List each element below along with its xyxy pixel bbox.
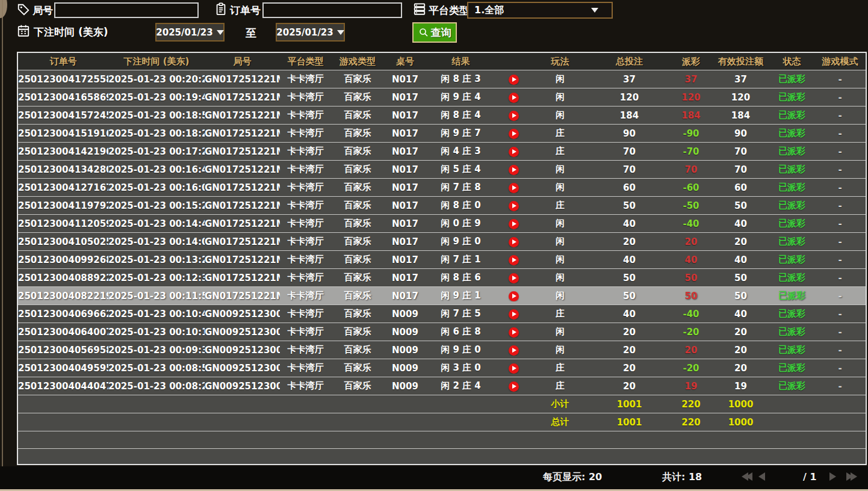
cell-round: GN00925123008 bbox=[205, 345, 280, 356]
cell-result: 闲 9 庄 4 bbox=[426, 91, 495, 103]
grand-total-payout: 220 bbox=[670, 417, 712, 428]
subtotal-total-bet: 1001 bbox=[589, 399, 670, 410]
play-icon[interactable] bbox=[509, 93, 519, 103]
cell-mode: - bbox=[814, 345, 866, 356]
play-icon[interactable] bbox=[509, 309, 519, 320]
play-icon[interactable] bbox=[509, 147, 519, 157]
column-header-valid_bet: 有效投注额 bbox=[712, 56, 769, 67]
cell-play bbox=[495, 236, 532, 247]
clipboard-icon bbox=[214, 2, 228, 16]
cell-total_bet: 20 bbox=[589, 381, 670, 392]
cell-valid_bet: 40 bbox=[712, 255, 769, 265]
cell-playtype: 闲 bbox=[532, 254, 589, 265]
table-row[interactable]: 2501230040440472025-01-23 00:08:21GN0092… bbox=[18, 377, 866, 395]
play-icon[interactable] bbox=[509, 381, 519, 392]
cell-play bbox=[495, 128, 532, 139]
cell-order: 250123004064007 bbox=[18, 327, 108, 338]
cell-valid_bet: 60 bbox=[712, 182, 769, 193]
cell-payout: 40 bbox=[670, 255, 712, 265]
cell-payout: -90 bbox=[670, 128, 712, 139]
cell-mode: - bbox=[814, 309, 866, 320]
last-page-icon[interactable] bbox=[846, 472, 857, 481]
query-button-label: 查询 bbox=[431, 26, 451, 40]
cell-playtype: 闲 bbox=[532, 236, 589, 247]
table-row[interactable]: 2501230041050252025-01-23 00:14:00GN0172… bbox=[18, 232, 866, 250]
table-row[interactable]: 2501230041658692025-01-23 00:19:43GN0172… bbox=[18, 88, 866, 106]
play-icon[interactable] bbox=[509, 327, 519, 338]
cell-playtype: 庄 bbox=[532, 146, 589, 157]
play-icon[interactable] bbox=[509, 165, 519, 175]
play-icon[interactable] bbox=[509, 75, 519, 85]
play-icon[interactable] bbox=[509, 291, 519, 301]
table-row[interactable]: 2501230041519162025-01-23 00:18:23GN0172… bbox=[18, 124, 866, 142]
order-number-input[interactable] bbox=[262, 2, 402, 18]
page-size-label: 每页显示: 20 bbox=[543, 471, 602, 484]
cell-valid_bet: 50 bbox=[712, 273, 769, 283]
cell-table_no: N017 bbox=[384, 291, 426, 301]
table-row[interactable]: 2501230041421962025-01-23 00:17:29GN0172… bbox=[18, 142, 866, 160]
cell-payout: 70 bbox=[670, 164, 712, 175]
table-row[interactable]: 2501230041271672025-01-23 00:16:06GN0172… bbox=[18, 178, 866, 196]
cell-time: 2025-01-23 00:18:55 bbox=[108, 110, 205, 121]
cell-status: 已派彩 bbox=[769, 218, 814, 229]
play-icon[interactable] bbox=[509, 201, 519, 211]
cell-total_bet: 20 bbox=[589, 327, 670, 338]
cell-playtype: 闲 bbox=[532, 182, 589, 193]
table-row[interactable]: 2501230040992682025-01-23 00:13:27GN0172… bbox=[18, 250, 866, 268]
filter-bar: 局号 订单号 平台类型 1.全部 下注时间 (美东) 2025/01/23 至 … bbox=[0, 0, 868, 52]
cell-round: GN017251221M5 bbox=[205, 218, 280, 229]
cell-table_no: N017 bbox=[384, 110, 426, 121]
play-icon[interactable] bbox=[509, 273, 519, 283]
round-number-input[interactable] bbox=[54, 2, 199, 18]
play-icon[interactable] bbox=[509, 111, 519, 121]
cell-game: 百家乐 bbox=[331, 272, 384, 283]
table-row[interactable]: 2501230041197922025-01-23 00:15:24GN0172… bbox=[18, 196, 866, 214]
cell-play bbox=[495, 380, 532, 392]
cell-platform: 卡卡湾厅 bbox=[280, 146, 331, 157]
cell-total_bet: 20 bbox=[589, 345, 670, 356]
cell-result: 闲 8 庄 3 bbox=[426, 73, 495, 85]
cell-payout: -40 bbox=[670, 218, 712, 229]
table-row[interactable]: 2501230040569582025-01-23 00:09:30GN0092… bbox=[18, 341, 866, 359]
cell-valid_bet: 20 bbox=[712, 236, 769, 247]
cell-total_bet: 20 bbox=[589, 236, 670, 247]
platform-type-select[interactable]: 1.全部 bbox=[467, 2, 613, 19]
table-row[interactable]: 2501230040889222025-01-23 00:12:31GN0172… bbox=[18, 268, 866, 286]
play-icon[interactable] bbox=[509, 183, 519, 193]
cell-round: GN017251221M4 bbox=[205, 236, 280, 247]
table-row[interactable]: 2501230040640072025-01-23 00:10:13GN0092… bbox=[18, 323, 866, 341]
play-icon[interactable] bbox=[509, 129, 519, 139]
cell-playtype: 庄 bbox=[532, 362, 589, 374]
cell-play bbox=[495, 73, 532, 85]
cell-payout: -40 bbox=[670, 309, 712, 320]
cell-table_no: N017 bbox=[384, 200, 426, 211]
first-page-icon[interactable] bbox=[742, 472, 752, 481]
date-to-select[interactable]: 2025/01/23 bbox=[276, 23, 345, 42]
column-header-order: 订单号 bbox=[18, 56, 108, 67]
table-row[interactable]: 2501230041120592025-01-23 00:14:40GN0172… bbox=[18, 214, 866, 232]
play-icon[interactable] bbox=[509, 255, 519, 265]
query-button[interactable]: 查询 bbox=[412, 22, 457, 43]
play-icon[interactable] bbox=[509, 237, 519, 247]
cell-platform: 卡卡湾厅 bbox=[280, 218, 331, 229]
empty-row bbox=[18, 448, 866, 465]
column-header-status: 状态 bbox=[769, 56, 814, 67]
table-row[interactable]: 2501230040822192025-01-23 00:11:54GN0172… bbox=[18, 286, 866, 304]
next-page-icon[interactable] bbox=[829, 472, 836, 481]
date-from-select[interactable]: 2025/01/23 bbox=[155, 23, 225, 42]
table-row[interactable]: 2501230041342802025-01-23 00:16:47GN0172… bbox=[18, 160, 866, 178]
table-row[interactable]: 2501230040696622025-01-23 00:10:45GN0092… bbox=[18, 304, 866, 323]
table-row[interactable]: 2501230041572452025-01-23 00:18:55GN0172… bbox=[18, 106, 866, 124]
cell-result: 闲 7 庄 1 bbox=[426, 254, 495, 265]
play-icon[interactable] bbox=[509, 345, 519, 356]
cell-platform: 卡卡湾厅 bbox=[280, 344, 331, 356]
table-row[interactable]: 2501230041725582025-01-23 00:20:23GN0172… bbox=[18, 70, 866, 88]
cell-total_bet: 60 bbox=[589, 182, 670, 193]
cell-order: 250123004157245 bbox=[18, 110, 108, 121]
play-icon[interactable] bbox=[509, 363, 519, 374]
bet-records-window: 局号 订单号 平台类型 1.全部 下注时间 (美东) 2025/01/23 至 … bbox=[0, 0, 868, 491]
play-icon[interactable] bbox=[509, 219, 519, 229]
table-row[interactable]: 2501230040495952025-01-23 00:08:50GN0092… bbox=[18, 359, 866, 377]
prev-page-icon[interactable] bbox=[758, 472, 765, 481]
cell-order: 250123004056958 bbox=[18, 345, 108, 356]
